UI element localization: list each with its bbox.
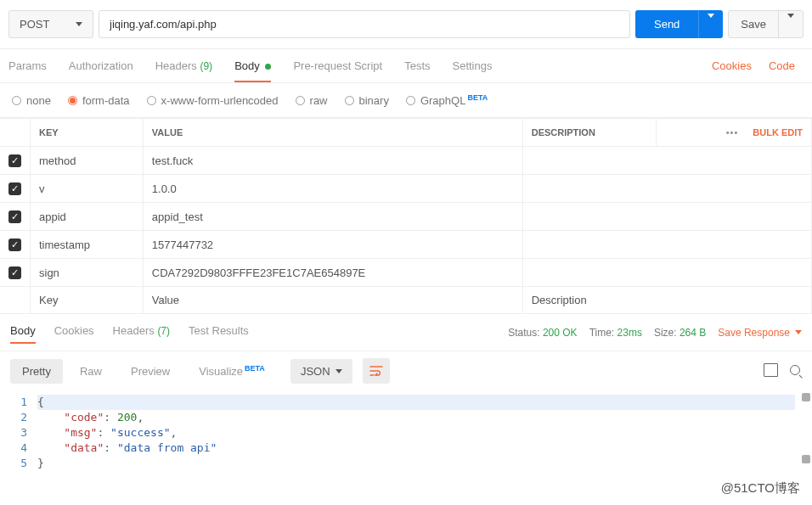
cell-description[interactable] bbox=[522, 231, 811, 259]
body-type-none[interactable]: none bbox=[12, 94, 51, 107]
checkbox[interactable]: ✓ bbox=[8, 210, 21, 223]
body-modified-dot bbox=[265, 64, 271, 70]
chevron-down-icon bbox=[708, 14, 714, 31]
cell-value[interactable]: appid_test bbox=[143, 203, 522, 231]
tab-tests[interactable]: Tests bbox=[404, 49, 430, 82]
wrap-lines-button[interactable] bbox=[363, 358, 390, 384]
view-raw[interactable]: Raw bbox=[68, 359, 114, 384]
table-row-new[interactable]: Key Value Description bbox=[0, 287, 812, 314]
th-value: VALUE bbox=[143, 119, 522, 147]
tab-prerequest[interactable]: Pre-request Script bbox=[293, 49, 382, 82]
search-icon[interactable] bbox=[790, 365, 802, 377]
cell-key[interactable]: method bbox=[31, 147, 144, 175]
body-type-raw[interactable]: raw bbox=[296, 94, 328, 107]
body-type-urlencoded[interactable]: x-www-form-urlencoded bbox=[147, 94, 279, 107]
table-row: ✓ method test.fuck bbox=[0, 147, 812, 175]
tab-headers-label: Headers bbox=[155, 59, 197, 72]
cell-description[interactable] bbox=[522, 259, 811, 287]
view-preview[interactable]: Preview bbox=[119, 359, 182, 384]
chevron-down-icon bbox=[336, 369, 342, 373]
scrollbar-thumb[interactable] bbox=[802, 393, 810, 401]
checkbox[interactable]: ✓ bbox=[8, 182, 21, 195]
radio-icon bbox=[147, 96, 156, 105]
save-dropdown[interactable] bbox=[778, 11, 803, 37]
more-options-icon[interactable]: ••• bbox=[726, 127, 739, 137]
checkbox[interactable]: ✓ bbox=[8, 267, 21, 279]
table-row: ✓ sign CDA7292D9803FFFE23FE1C7AE654897E bbox=[0, 259, 812, 287]
resp-tab-headers[interactable]: Headers (7) bbox=[113, 321, 170, 344]
table-row: ✓ v 1.0.0 bbox=[0, 175, 812, 203]
format-select[interactable]: JSON bbox=[290, 359, 352, 384]
radio-icon bbox=[68, 96, 77, 105]
save-button[interactable]: Save bbox=[728, 10, 804, 38]
headers-count: (9) bbox=[200, 60, 212, 72]
chevron-down-icon bbox=[795, 330, 802, 334]
resp-tab-body[interactable]: Body bbox=[10, 321, 36, 344]
cell-key[interactable]: appid bbox=[31, 203, 144, 231]
radio-icon bbox=[12, 96, 21, 105]
scrollbar-thumb[interactable] bbox=[802, 455, 810, 463]
save-label: Save bbox=[729, 11, 778, 37]
radio-icon bbox=[296, 96, 305, 105]
radio-icon bbox=[406, 96, 415, 105]
body-type-binary[interactable]: binary bbox=[345, 94, 389, 107]
resp-tab-cookies[interactable]: Cookies bbox=[54, 321, 94, 344]
beta-badge: BETA bbox=[245, 364, 265, 373]
cell-value[interactable]: 1577447732 bbox=[143, 231, 522, 259]
tab-authorization[interactable]: Authorization bbox=[69, 49, 133, 82]
table-row: ✓ timestamp 1577447732 bbox=[0, 231, 812, 259]
cookies-link[interactable]: Cookies bbox=[703, 59, 760, 72]
chevron-down-icon bbox=[76, 22, 82, 26]
resp-headers-count: (7) bbox=[157, 325, 170, 337]
th-description: DESCRIPTION bbox=[522, 119, 657, 147]
table-row: ✓ appid appid_test bbox=[0, 203, 812, 231]
cell-value[interactable]: CDA7292D9803FFFE23FE1C7AE654897E bbox=[143, 259, 522, 287]
description-placeholder[interactable]: Description bbox=[522, 287, 811, 314]
url-input[interactable] bbox=[99, 10, 630, 38]
beta-badge: BETA bbox=[467, 93, 488, 102]
th-key: KEY bbox=[31, 119, 144, 147]
cell-description[interactable] bbox=[522, 147, 811, 175]
method-value: POST bbox=[20, 18, 49, 31]
copy-icon[interactable] bbox=[765, 365, 778, 377]
tab-body-label: Body bbox=[234, 59, 260, 72]
view-pretty[interactable]: Pretty bbox=[10, 359, 63, 384]
bulk-edit-link[interactable]: Bulk Edit bbox=[753, 127, 803, 137]
send-label: Send bbox=[635, 10, 698, 38]
body-type-form-data[interactable]: form-data bbox=[68, 94, 130, 107]
save-response-button[interactable]: Save Response bbox=[718, 327, 802, 339]
cell-description[interactable] bbox=[522, 175, 811, 203]
cell-key[interactable]: timestamp bbox=[31, 231, 144, 259]
tab-settings[interactable]: Settings bbox=[453, 49, 493, 82]
view-visualize[interactable]: VisualizeBETA bbox=[187, 358, 277, 384]
code-link[interactable]: Code bbox=[760, 59, 804, 72]
cell-value[interactable]: 1.0.0 bbox=[143, 175, 522, 203]
resp-tab-testresults[interactable]: Test Results bbox=[189, 321, 249, 344]
checkbox[interactable]: ✓ bbox=[8, 154, 21, 167]
checkbox[interactable]: ✓ bbox=[8, 238, 21, 251]
tab-headers[interactable]: Headers (9) bbox=[155, 49, 212, 82]
key-placeholder[interactable]: Key bbox=[31, 287, 144, 314]
method-select[interactable]: POST bbox=[8, 10, 93, 38]
radio-icon bbox=[345, 96, 354, 105]
chevron-down-icon bbox=[787, 14, 794, 31]
body-type-graphql[interactable]: GraphQLBETA bbox=[406, 93, 488, 107]
value-placeholder[interactable]: Value bbox=[143, 287, 522, 314]
time-value: 23ms bbox=[617, 327, 642, 339]
cell-key[interactable]: v bbox=[31, 175, 144, 203]
send-button[interactable]: Send bbox=[635, 10, 723, 38]
cell-value[interactable]: test.fuck bbox=[143, 147, 522, 175]
size-value: 264 B bbox=[679, 327, 706, 339]
status-value: 200 OK bbox=[543, 327, 578, 339]
response-body-editor[interactable]: 12345 { "code": 200, "msg": "success", "… bbox=[0, 391, 812, 474]
tab-body[interactable]: Body bbox=[234, 49, 271, 82]
cell-key[interactable]: sign bbox=[31, 259, 144, 287]
cell-description[interactable] bbox=[522, 203, 811, 231]
form-data-table: KEY VALUE DESCRIPTION ••• Bulk Edit ✓ me… bbox=[0, 118, 812, 314]
tab-params[interactable]: Params bbox=[8, 49, 47, 82]
send-dropdown[interactable] bbox=[698, 10, 723, 38]
